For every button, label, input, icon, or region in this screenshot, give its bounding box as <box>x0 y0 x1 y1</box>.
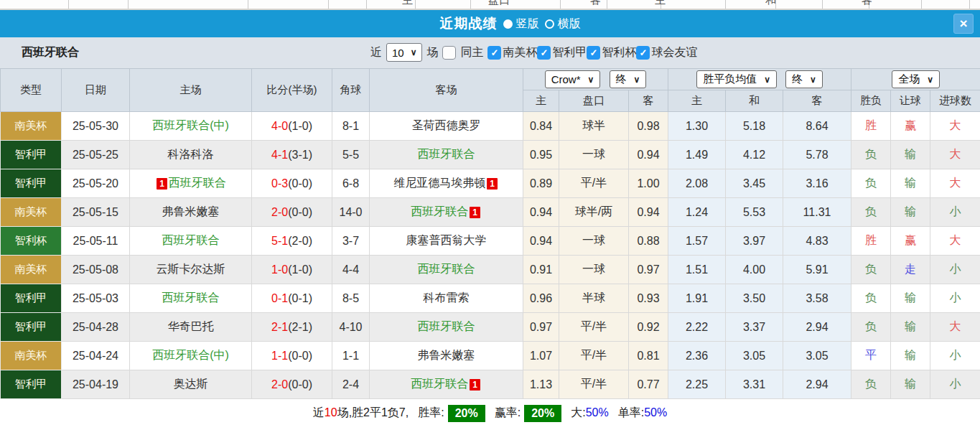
red-card-badge: 1 <box>470 379 480 391</box>
away-team-cell[interactable]: 弗鲁米嫩塞 <box>370 342 523 370</box>
avg-lose-odds: 2.94 <box>783 370 851 399</box>
league-filter-group: ✓南美杯✓智利甲✓智利杯✓球会友谊 <box>487 45 697 60</box>
result-cell: 负 <box>851 256 891 284</box>
full-time-score: 4-1 <box>271 149 288 161</box>
table-row: 智利甲 25-05-20 1西班牙联合 0-3(0-0) 6-8 维尼亚德马埃弗… <box>1 169 980 198</box>
goals-result-cell: 小 <box>930 284 980 313</box>
home-team-cell[interactable]: 云斯卡尔达斯 <box>130 256 252 284</box>
same-home-checkbox[interactable] <box>442 46 456 60</box>
odds-time-select[interactable]: 终 ∨ <box>610 70 647 88</box>
league-filter: ✓南美杯 <box>487 45 537 60</box>
match-date: 25-05-20 <box>62 169 130 198</box>
full-time-score: 0-1 <box>271 292 288 304</box>
layout-radio-vertical[interactable]: 竖版 <box>503 17 539 32</box>
background-cell-border <box>128 0 129 10</box>
odds-source-select[interactable]: Crow* ∨ <box>545 70 601 88</box>
league-filter-checkbox[interactable]: ✓ <box>487 46 501 60</box>
avg-time-select[interactable]: 终 ∨ <box>785 70 823 88</box>
home-team-name: 奥达斯 <box>174 378 208 390</box>
home-team-cell[interactable]: 西班牙联合(中) <box>130 112 252 141</box>
away-team-cell[interactable]: 西班牙联合1 <box>370 198 523 227</box>
away-team-cell[interactable]: 西班牙联合 <box>370 141 523 169</box>
avg-draw-odds: 3.05 <box>726 342 783 370</box>
subheader-odds-home: 主 <box>523 90 559 112</box>
score-cell: 4-0(1-0) <box>252 112 332 141</box>
home-team-cell[interactable]: 科洛科洛 <box>130 141 252 169</box>
column-header-type: 类型 <box>1 69 62 112</box>
match-count-select[interactable]: 10 ∨ <box>386 43 422 62</box>
handicap-result-cell: 输 <box>891 342 930 370</box>
modal-title: 近期战绩 <box>440 14 498 33</box>
result-cell: 负 <box>851 169 891 198</box>
match-date: 25-05-30 <box>62 112 130 141</box>
crow-handicap: 一球 <box>559 227 629 256</box>
background-cell-border <box>415 0 416 10</box>
league-filter-checkbox[interactable]: ✓ <box>636 46 650 60</box>
crow-home-odds: 0.94 <box>523 198 559 227</box>
home-team-cell[interactable]: 西班牙联合(中) <box>130 342 252 370</box>
home-team-cell[interactable]: 1西班牙联合 <box>130 169 252 198</box>
league-filter-checkbox[interactable]: ✓ <box>537 46 551 60</box>
home-team-cell[interactable]: 西班牙联合 <box>130 227 252 256</box>
home-team-cell[interactable]: 弗鲁米嫩塞 <box>130 198 252 227</box>
home-team-cell[interactable]: 华奇巴托 <box>130 313 252 342</box>
background-clipped-text: 和 <box>765 0 776 7</box>
background-cell-border <box>969 0 970 10</box>
away-team-cell[interactable]: 圣荷西德奥罗 <box>370 112 523 141</box>
table-row: 智利甲 25-04-28 华奇巴托 2-1(2-1) 4-10 西班牙联合 0.… <box>1 313 980 342</box>
home-team-name: 科洛科洛 <box>168 148 214 160</box>
avg-draw-odds: 5.18 <box>726 112 783 141</box>
away-team-cell[interactable]: 康塞普西翁大学 <box>370 227 523 256</box>
league-badge: 南美杯 <box>1 256 62 284</box>
subheader-avg-lose: 客 <box>783 90 851 112</box>
background-cell-border <box>921 0 922 10</box>
avg-lose-odds: 11.31 <box>783 198 851 227</box>
full-time-score: 2-0 <box>271 206 288 218</box>
score-cell: 5-1(2-0) <box>252 227 332 256</box>
background-cell-border <box>68 0 69 10</box>
score-cell: 0-3(0-0) <box>252 169 332 198</box>
background-cell-border <box>822 0 823 10</box>
away-team-cell[interactable]: 西班牙联合 <box>370 313 523 342</box>
away-team-cell[interactable]: 维尼亚德马埃弗顿1 <box>370 169 523 198</box>
away-team-cell[interactable]: 科布雷索 <box>370 284 523 313</box>
avg-type-select[interactable]: 胜平负均值 ∨ <box>696 70 777 88</box>
corners-cell: 4-4 <box>332 256 370 284</box>
result-cell: 负 <box>851 313 891 342</box>
avg-draw-odds: 3.45 <box>726 169 783 198</box>
away-team-cell[interactable]: 西班牙联合1 <box>370 370 523 399</box>
goals-result-cell: 大 <box>930 227 980 256</box>
away-team-cell[interactable]: 西班牙联合 <box>370 256 523 284</box>
subheader-goals: 进球数 <box>930 90 980 112</box>
score-cell: 0-1(0-1) <box>252 284 332 313</box>
avg-win-odds: 2.36 <box>668 342 726 370</box>
results-table: 类型 日期 主场 比分(半场) 角球 客场 Crow* ∨ 终 ∨ <box>0 68 980 399</box>
avg-win-odds: 2.22 <box>668 313 726 342</box>
league-badge: 南美杯 <box>1 342 62 370</box>
close-button[interactable]: × <box>953 14 974 34</box>
crow-away-odds: 0.77 <box>629 370 668 399</box>
half-time-score: (2-1) <box>288 321 312 333</box>
table-row: 南美杯 25-04-24 西班牙联合(中) 1-1(0-0) 1-1 弗鲁米嫩塞… <box>1 342 980 370</box>
avg-lose-odds: 8.64 <box>783 112 851 141</box>
home-team-cell[interactable]: 西班牙联合 <box>130 284 252 313</box>
match-count: 10 <box>325 406 337 419</box>
league-filter-label: 智利杯 <box>602 45 636 60</box>
home-team-cell[interactable]: 奥达斯 <box>130 370 252 399</box>
crow-handicap: 半球 <box>559 284 629 313</box>
chevron-down-icon: ∨ <box>810 75 816 85</box>
background-cell-border <box>328 0 329 10</box>
table-row: 南美杯 25-05-15 弗鲁米嫩塞 2-0(0-0) 14-0 西班牙联合1 … <box>1 198 980 227</box>
result-cell: 平 <box>851 342 891 370</box>
filter-controls: 近 10 ∨ 场 同主 ✓南美杯✓智利甲✓智利杯✓球会友谊 <box>370 43 697 62</box>
league-filter: ✓智利杯 <box>587 45 636 60</box>
scope-select[interactable]: 全场 ∨ <box>892 70 940 88</box>
layout-radio-horizontal[interactable]: 横版 <box>545 17 581 32</box>
avg-draw-odds: 5.53 <box>726 198 783 227</box>
full-time-score: 5-1 <box>271 235 288 247</box>
league-filter-checkbox[interactable]: ✓ <box>587 46 600 60</box>
team-name: 西班牙联合 <box>22 45 79 60</box>
avg-lose-odds: 5.78 <box>783 141 851 169</box>
full-time-score: 0-3 <box>271 177 288 190</box>
corners-cell: 5-5 <box>332 141 370 169</box>
